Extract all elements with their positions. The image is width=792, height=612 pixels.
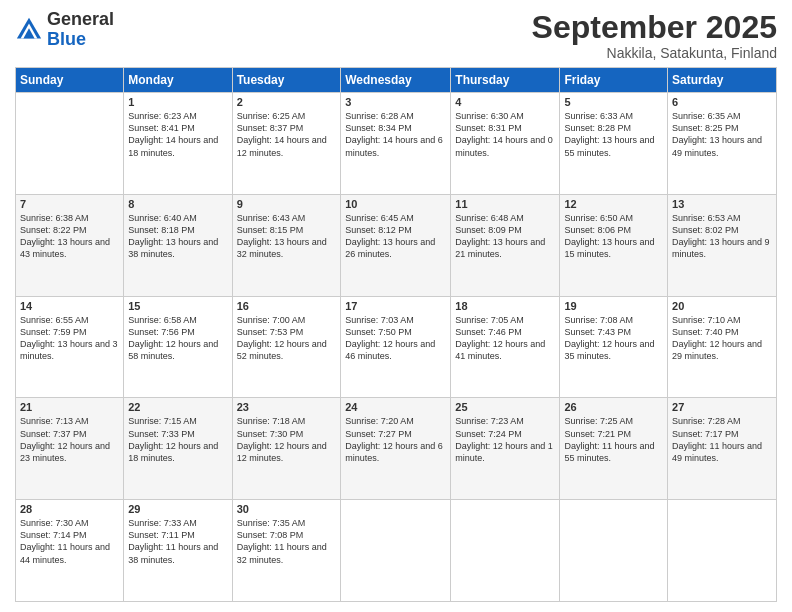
cell-0-2: 2Sunrise: 6:25 AMSunset: 8:37 PMDaylight… <box>232 93 341 195</box>
day-num-1-3: 10 <box>345 198 446 210</box>
day-info-3-2: Sunrise: 7:18 AMSunset: 7:30 PMDaylight:… <box>237 415 337 464</box>
cell-0-3: 3Sunrise: 6:28 AMSunset: 8:34 PMDaylight… <box>341 93 451 195</box>
cell-0-4: 4Sunrise: 6:30 AMSunset: 8:31 PMDaylight… <box>451 93 560 195</box>
day-num-3-3: 24 <box>345 401 446 413</box>
day-info-0-5: Sunrise: 6:33 AMSunset: 8:28 PMDaylight:… <box>564 110 663 159</box>
cell-2-4: 18Sunrise: 7:05 AMSunset: 7:46 PMDayligh… <box>451 296 560 398</box>
day-num-2-0: 14 <box>20 300 119 312</box>
day-info-1-4: Sunrise: 6:48 AMSunset: 8:09 PMDaylight:… <box>455 212 555 261</box>
week-row-0: 1Sunrise: 6:23 AMSunset: 8:41 PMDaylight… <box>16 93 777 195</box>
logo-general: General <box>47 9 114 29</box>
cell-1-5: 12Sunrise: 6:50 AMSunset: 8:06 PMDayligh… <box>560 194 668 296</box>
day-num-1-2: 9 <box>237 198 337 210</box>
day-info-4-2: Sunrise: 7:35 AMSunset: 7:08 PMDaylight:… <box>237 517 337 566</box>
col-monday: Monday <box>124 68 232 93</box>
cell-3-5: 26Sunrise: 7:25 AMSunset: 7:21 PMDayligh… <box>560 398 668 500</box>
day-num-3-1: 22 <box>128 401 227 413</box>
day-info-3-0: Sunrise: 7:13 AMSunset: 7:37 PMDaylight:… <box>20 415 119 464</box>
day-num-3-5: 26 <box>564 401 663 413</box>
day-info-2-4: Sunrise: 7:05 AMSunset: 7:46 PMDaylight:… <box>455 314 555 363</box>
header: General Blue September 2025 Nakkila, Sat… <box>15 10 777 61</box>
day-num-2-6: 20 <box>672 300 772 312</box>
day-num-0-5: 5 <box>564 96 663 108</box>
day-num-4-2: 30 <box>237 503 337 515</box>
day-num-3-6: 27 <box>672 401 772 413</box>
day-info-1-6: Sunrise: 6:53 AMSunset: 8:02 PMDaylight:… <box>672 212 772 261</box>
cell-1-2: 9Sunrise: 6:43 AMSunset: 8:15 PMDaylight… <box>232 194 341 296</box>
day-info-0-6: Sunrise: 6:35 AMSunset: 8:25 PMDaylight:… <box>672 110 772 159</box>
day-num-4-0: 28 <box>20 503 119 515</box>
day-num-3-2: 23 <box>237 401 337 413</box>
cell-3-2: 23Sunrise: 7:18 AMSunset: 7:30 PMDayligh… <box>232 398 341 500</box>
day-info-3-3: Sunrise: 7:20 AMSunset: 7:27 PMDaylight:… <box>345 415 446 464</box>
cell-4-2: 30Sunrise: 7:35 AMSunset: 7:08 PMDayligh… <box>232 500 341 602</box>
cell-3-6: 27Sunrise: 7:28 AMSunset: 7:17 PMDayligh… <box>668 398 777 500</box>
day-info-1-1: Sunrise: 6:40 AMSunset: 8:18 PMDaylight:… <box>128 212 227 261</box>
day-info-4-1: Sunrise: 7:33 AMSunset: 7:11 PMDaylight:… <box>128 517 227 566</box>
cell-1-1: 8Sunrise: 6:40 AMSunset: 8:18 PMDaylight… <box>124 194 232 296</box>
cell-2-2: 16Sunrise: 7:00 AMSunset: 7:53 PMDayligh… <box>232 296 341 398</box>
cell-1-3: 10Sunrise: 6:45 AMSunset: 8:12 PMDayligh… <box>341 194 451 296</box>
cell-1-0: 7Sunrise: 6:38 AMSunset: 8:22 PMDaylight… <box>16 194 124 296</box>
day-info-2-6: Sunrise: 7:10 AMSunset: 7:40 PMDaylight:… <box>672 314 772 363</box>
cell-4-5 <box>560 500 668 602</box>
day-num-0-3: 3 <box>345 96 446 108</box>
cell-4-4 <box>451 500 560 602</box>
cell-0-1: 1Sunrise: 6:23 AMSunset: 8:41 PMDaylight… <box>124 93 232 195</box>
day-info-2-1: Sunrise: 6:58 AMSunset: 7:56 PMDaylight:… <box>128 314 227 363</box>
day-num-0-4: 4 <box>455 96 555 108</box>
logo-icon <box>15 16 43 44</box>
cell-1-6: 13Sunrise: 6:53 AMSunset: 8:02 PMDayligh… <box>668 194 777 296</box>
day-num-1-5: 12 <box>564 198 663 210</box>
day-info-3-6: Sunrise: 7:28 AMSunset: 7:17 PMDaylight:… <box>672 415 772 464</box>
day-num-1-4: 11 <box>455 198 555 210</box>
day-num-2-3: 17 <box>345 300 446 312</box>
month-title: September 2025 <box>532 10 777 45</box>
location-subtitle: Nakkila, Satakunta, Finland <box>532 45 777 61</box>
day-info-0-2: Sunrise: 6:25 AMSunset: 8:37 PMDaylight:… <box>237 110 337 159</box>
day-info-4-0: Sunrise: 7:30 AMSunset: 7:14 PMDaylight:… <box>20 517 119 566</box>
day-num-1-6: 13 <box>672 198 772 210</box>
day-info-0-4: Sunrise: 6:30 AMSunset: 8:31 PMDaylight:… <box>455 110 555 159</box>
week-row-4: 28Sunrise: 7:30 AMSunset: 7:14 PMDayligh… <box>16 500 777 602</box>
cell-1-4: 11Sunrise: 6:48 AMSunset: 8:09 PMDayligh… <box>451 194 560 296</box>
day-info-3-1: Sunrise: 7:15 AMSunset: 7:33 PMDaylight:… <box>128 415 227 464</box>
col-saturday: Saturday <box>668 68 777 93</box>
week-row-3: 21Sunrise: 7:13 AMSunset: 7:37 PMDayligh… <box>16 398 777 500</box>
col-wednesday: Wednesday <box>341 68 451 93</box>
calendar: Sunday Monday Tuesday Wednesday Thursday… <box>15 67 777 602</box>
cell-0-0 <box>16 93 124 195</box>
day-num-2-4: 18 <box>455 300 555 312</box>
cell-2-3: 17Sunrise: 7:03 AMSunset: 7:50 PMDayligh… <box>341 296 451 398</box>
day-num-2-5: 19 <box>564 300 663 312</box>
cell-0-5: 5Sunrise: 6:33 AMSunset: 8:28 PMDaylight… <box>560 93 668 195</box>
week-row-1: 7Sunrise: 6:38 AMSunset: 8:22 PMDaylight… <box>16 194 777 296</box>
cell-4-3 <box>341 500 451 602</box>
col-friday: Friday <box>560 68 668 93</box>
day-info-1-2: Sunrise: 6:43 AMSunset: 8:15 PMDaylight:… <box>237 212 337 261</box>
cell-3-4: 25Sunrise: 7:23 AMSunset: 7:24 PMDayligh… <box>451 398 560 500</box>
day-num-0-6: 6 <box>672 96 772 108</box>
header-row: Sunday Monday Tuesday Wednesday Thursday… <box>16 68 777 93</box>
day-info-2-2: Sunrise: 7:00 AMSunset: 7:53 PMDaylight:… <box>237 314 337 363</box>
day-info-1-5: Sunrise: 6:50 AMSunset: 8:06 PMDaylight:… <box>564 212 663 261</box>
cell-2-0: 14Sunrise: 6:55 AMSunset: 7:59 PMDayligh… <box>16 296 124 398</box>
day-info-0-3: Sunrise: 6:28 AMSunset: 8:34 PMDaylight:… <box>345 110 446 159</box>
cell-3-1: 22Sunrise: 7:15 AMSunset: 7:33 PMDayligh… <box>124 398 232 500</box>
calendar-header: Sunday Monday Tuesday Wednesday Thursday… <box>16 68 777 93</box>
col-sunday: Sunday <box>16 68 124 93</box>
week-row-2: 14Sunrise: 6:55 AMSunset: 7:59 PMDayligh… <box>16 296 777 398</box>
day-info-1-0: Sunrise: 6:38 AMSunset: 8:22 PMDaylight:… <box>20 212 119 261</box>
logo: General Blue <box>15 10 114 50</box>
day-num-2-1: 15 <box>128 300 227 312</box>
cell-0-6: 6Sunrise: 6:35 AMSunset: 8:25 PMDaylight… <box>668 93 777 195</box>
day-info-0-1: Sunrise: 6:23 AMSunset: 8:41 PMDaylight:… <box>128 110 227 159</box>
cell-2-5: 19Sunrise: 7:08 AMSunset: 7:43 PMDayligh… <box>560 296 668 398</box>
day-info-1-3: Sunrise: 6:45 AMSunset: 8:12 PMDaylight:… <box>345 212 446 261</box>
day-num-1-1: 8 <box>128 198 227 210</box>
day-info-2-3: Sunrise: 7:03 AMSunset: 7:50 PMDaylight:… <box>345 314 446 363</box>
cell-4-6 <box>668 500 777 602</box>
day-num-0-2: 2 <box>237 96 337 108</box>
cell-3-0: 21Sunrise: 7:13 AMSunset: 7:37 PMDayligh… <box>16 398 124 500</box>
day-num-2-2: 16 <box>237 300 337 312</box>
